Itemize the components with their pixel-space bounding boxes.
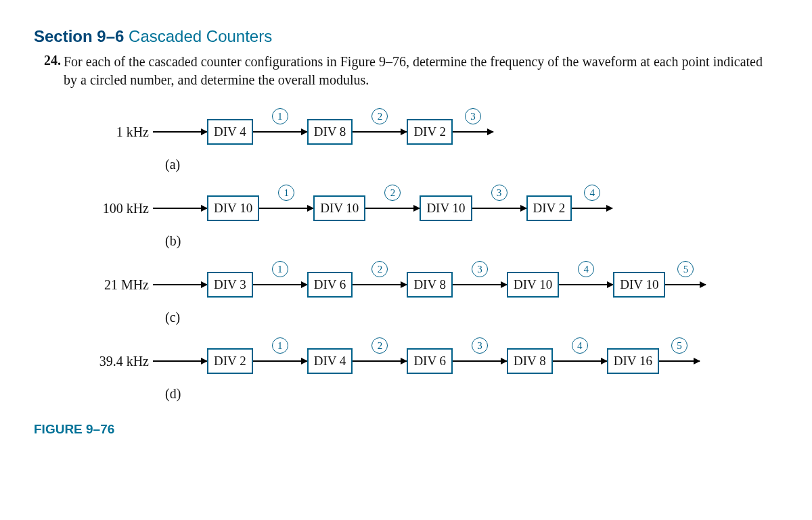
signal-wire	[153, 208, 207, 209]
section-prefix: Section 9–6	[34, 27, 124, 45]
counter-chain: 39.4 kHzDIV 21DIV 42DIV 63DIV 84DIV 165	[88, 346, 778, 377]
measurement-node: 5	[677, 261, 694, 277]
subfigure-label: (a)	[165, 157, 778, 172]
measurement-node: 1	[272, 108, 288, 124]
signal-wire: 3	[453, 131, 493, 133]
signal-wire: 1	[253, 131, 307, 133]
arrowhead-icon	[606, 205, 613, 212]
divider-block: DIV 4	[307, 348, 353, 374]
section-header: Section 9–6 Cascaded Counters	[34, 27, 778, 46]
measurement-node: 2	[371, 108, 388, 124]
measurement-node: 3	[491, 185, 508, 201]
measurement-node: 4	[578, 261, 594, 277]
signal-wire: 3	[453, 360, 507, 362]
counter-chain: 21 MHzDIV 31DIV 62DIV 83DIV 104DIV 105	[88, 269, 778, 300]
divider-block: DIV 2	[526, 195, 572, 221]
subfigure-label: (c)	[165, 310, 778, 325]
divider-block: DIV 8	[407, 272, 453, 298]
signal-wire: 1	[253, 284, 307, 285]
figure-label: FIGURE 9–76	[34, 422, 778, 437]
divider-block: DIV 4	[207, 119, 253, 145]
subfigure-label: (d)	[165, 386, 778, 402]
counter-chain: 100 kHzDIV 101DIV 102DIV 103DIV 24	[88, 193, 778, 224]
arrowhead-icon	[487, 128, 494, 135]
divider-block: DIV 16	[607, 348, 659, 374]
measurement-node: 3	[465, 108, 481, 124]
measurement-node: 1	[278, 185, 294, 201]
divider-block: DIV 3	[207, 272, 253, 298]
signal-wire	[153, 131, 207, 133]
signal-wire	[153, 360, 207, 362]
signal-wire: 4	[572, 208, 612, 209]
input-frequency-label: 21 MHz	[88, 277, 153, 293]
input-frequency-label: 100 kHz	[88, 201, 153, 216]
measurement-node: 2	[371, 261, 388, 277]
divider-block: DIV 10	[313, 195, 365, 221]
arrowhead-icon	[694, 358, 700, 364]
signal-wire: 2	[353, 284, 407, 285]
measurement-node: 2	[384, 185, 401, 201]
problem-number: 24.	[34, 53, 64, 68]
measurement-node: 4	[572, 337, 588, 354]
signal-wire: 2	[365, 208, 420, 209]
divider-block: DIV 2	[407, 119, 453, 145]
signal-wire: 1	[259, 208, 313, 209]
divider-block: DIV 10	[420, 195, 472, 221]
subfigure-label: (b)	[165, 233, 778, 249]
signal-wire: 3	[453, 284, 507, 285]
counter-chain: 1 kHzDIV 41DIV 82DIV 23	[88, 116, 778, 147]
signal-wire	[153, 284, 207, 285]
divider-block: DIV 10	[507, 272, 559, 298]
measurement-node: 5	[671, 337, 687, 354]
input-frequency-label: 39.4 kHz	[88, 354, 153, 369]
input-frequency-label: 1 kHz	[88, 124, 153, 140]
measurement-node: 2	[371, 337, 388, 354]
figure-diagram-area: 1 kHzDIV 41DIV 82DIV 23(a)100 kHzDIV 101…	[88, 116, 778, 402]
divider-block: DIV 2	[207, 348, 253, 374]
measurement-node: 4	[584, 185, 600, 201]
measurement-node: 3	[472, 337, 488, 354]
divider-block: DIV 8	[307, 119, 353, 145]
measurement-node: 1	[272, 337, 288, 354]
signal-wire: 2	[353, 360, 407, 362]
signal-wire: 5	[665, 284, 706, 285]
signal-wire: 5	[659, 360, 700, 362]
divider-block: DIV 10	[207, 195, 259, 221]
signal-wire: 4	[559, 284, 613, 285]
signal-wire: 1	[253, 360, 307, 362]
signal-wire: 3	[472, 208, 526, 209]
problem-row: 24. For each of the cascaded counter con…	[34, 53, 778, 89]
section-title: Cascaded Counters	[129, 27, 272, 45]
problem-text: For each of the cascaded counter configu…	[64, 53, 778, 89]
signal-wire: 4	[553, 360, 607, 362]
signal-wire: 2	[353, 131, 407, 133]
measurement-node: 1	[272, 261, 288, 277]
arrowhead-icon	[700, 281, 706, 288]
divider-block: DIV 10	[613, 272, 665, 298]
divider-block: DIV 6	[307, 272, 353, 298]
divider-block: DIV 8	[507, 348, 553, 374]
divider-block: DIV 6	[407, 348, 453, 374]
measurement-node: 3	[472, 261, 488, 277]
